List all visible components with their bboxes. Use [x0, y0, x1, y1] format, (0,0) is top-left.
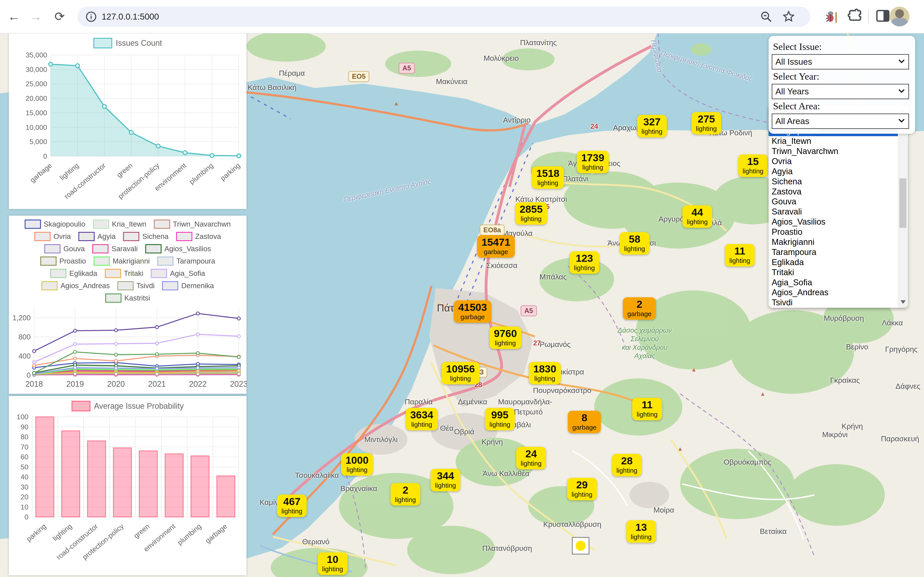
- issue-marker-lighting[interactable]: 1830lighting: [529, 362, 561, 384]
- issue-marker-lighting[interactable]: 10lighting: [318, 552, 347, 575]
- legend-item-Kastritsi[interactable]: Kastritsi: [105, 293, 150, 303]
- scrollbar-thumb[interactable]: [899, 178, 906, 228]
- issue-marker-lighting[interactable]: 11lighting: [632, 398, 662, 420]
- legend-item-Kria_Itewn[interactable]: Kria_Itewn: [93, 219, 146, 229]
- reload-icon[interactable]: ⟳: [52, 9, 67, 24]
- issue-marker-lighting[interactable]: 1518lighting: [532, 166, 564, 189]
- issue-marker-lighting[interactable]: 123lighting: [569, 251, 599, 274]
- issue-marker-lighting[interactable]: 467lighting: [277, 495, 307, 517]
- svg-text:20,000: 20,000: [26, 94, 47, 102]
- issue-marker-lighting[interactable]: 15lighting: [738, 155, 768, 177]
- issue-marker-lighting[interactable]: 58lighting: [620, 232, 649, 255]
- site-info-icon[interactable]: [85, 11, 97, 23]
- svg-text:80: 80: [21, 433, 28, 441]
- legend-item-Proastio[interactable]: Proastio: [40, 256, 86, 266]
- legend-swatch: [94, 256, 110, 266]
- legend-item-Agyia[interactable]: Agyia: [78, 232, 116, 241]
- area-option-tsivdi[interactable]: Tsivdi: [769, 298, 908, 308]
- issue-marker-lighting[interactable]: 28lighting: [612, 454, 641, 476]
- area-option-ovria[interactable]: Ovria: [769, 156, 908, 166]
- issue-select[interactable]: All Issues: [772, 54, 909, 69]
- map-label: Θέα: [440, 424, 454, 432]
- bug-extension-icon[interactable]: [823, 8, 840, 25]
- legend-label: Tritaki: [124, 269, 144, 277]
- dropdown-scrollbar[interactable]: [898, 106, 908, 308]
- issue-marker-garbage[interactable]: 15471garbage: [477, 235, 515, 258]
- zoom-icon[interactable]: [760, 10, 772, 23]
- issue-marker-lighting[interactable]: 11lighting: [725, 244, 754, 266]
- legend-item-Agios_Andreas[interactable]: Agios_Andreas: [41, 281, 110, 290]
- marker-type-label: garbage: [627, 310, 651, 318]
- map-label: ▲: [760, 390, 766, 397]
- bookmark-star-icon[interactable]: [782, 10, 795, 24]
- area-option-triwn_navarchwn[interactable]: Triwn_Navarchwn: [769, 146, 908, 156]
- map-label: Μαυρομανδήλα-: [498, 398, 552, 406]
- area-option-agyia[interactable]: Agyia: [769, 166, 908, 176]
- legend-item-Tarampoura[interactable]: Tarampoura: [157, 256, 215, 266]
- legend-item-Tritaki[interactable]: Tritaki: [105, 269, 144, 278]
- avg-probability-legend[interactable]: Average Issue Probability: [9, 396, 247, 411]
- legend-item-Skagiopoulio[interactable]: Skagiopoulio: [25, 219, 86, 229]
- legend-item-Gouva[interactable]: Gouva: [44, 244, 85, 253]
- legend-swatch: [93, 219, 109, 229]
- road-badge: EO8a: [480, 225, 504, 235]
- legend-item-Agia_Sofia[interactable]: Agia_Sofia: [151, 269, 205, 278]
- legend-item-Tsivdi[interactable]: Tsivdi: [117, 281, 155, 290]
- dot-marker[interactable]: [572, 537, 590, 554]
- area-option-proastio[interactable]: Proastio: [769, 227, 908, 237]
- issue-marker-lighting[interactable]: 24lighting: [516, 447, 546, 469]
- area-option-gouva[interactable]: Gouva: [769, 197, 908, 207]
- issue-marker-garbage[interactable]: 8garbage: [568, 411, 601, 433]
- issue-marker-lighting[interactable]: 29lighting: [567, 478, 597, 500]
- forward-icon[interactable]: →: [29, 9, 43, 24]
- area-option-agia_sofia[interactable]: Agia_Sofia: [769, 277, 908, 287]
- issue-marker-lighting[interactable]: 2lighting: [391, 483, 420, 506]
- legend-item-Zastova[interactable]: Zastova: [176, 232, 221, 241]
- issue-marker-lighting[interactable]: 344lighting: [431, 469, 460, 491]
- area-option-agios_vasilios[interactable]: Agios_Vasilios: [769, 217, 908, 227]
- issue-marker-lighting[interactable]: 13lighting: [626, 520, 656, 543]
- issue-marker-lighting[interactable]: 995lighting: [485, 408, 515, 430]
- area-option-zastova[interactable]: Zastova: [769, 187, 908, 197]
- area-option-tritaki[interactable]: Tritaki: [769, 267, 908, 277]
- issue-marker-lighting[interactable]: 3634lighting: [406, 408, 438, 430]
- legend-item-Triwn_Navarchwn[interactable]: Triwn_Navarchwn: [154, 219, 231, 229]
- url-text[interactable]: 127.0.0.1:5000: [102, 12, 159, 21]
- area-option-makrigianni[interactable]: Makrigianni: [769, 237, 908, 247]
- issue-marker-lighting[interactable]: 275lighting: [691, 112, 721, 134]
- back-icon[interactable]: ←: [6, 9, 21, 24]
- issue-marker-lighting[interactable]: 10956lighting: [442, 362, 480, 384]
- issue-marker-lighting[interactable]: 1739lighting: [577, 151, 609, 173]
- legend-item-Demenika[interactable]: Demenika: [162, 281, 214, 290]
- area-option-tarampoura[interactable]: Tarampoura: [769, 247, 908, 257]
- profile-avatar[interactable]: [890, 6, 909, 26]
- legend-item-Agios_Vasilios[interactable]: Agios_Vasilios: [145, 244, 211, 253]
- year-select[interactable]: All Years: [772, 84, 909, 99]
- map-label: Πέραμα: [279, 69, 305, 77]
- issue-marker-garbage[interactable]: 2garbage: [623, 297, 656, 320]
- issue-marker-lighting[interactable]: 1000lighting: [341, 453, 373, 475]
- legend-item-Eglikada[interactable]: Eglikada: [50, 269, 97, 278]
- legend-item-Saravali[interactable]: Saravali: [92, 244, 137, 253]
- legend-item-Makrigianni[interactable]: Makrigianni: [94, 256, 150, 266]
- issue-marker-lighting[interactable]: 2855lighting: [515, 202, 547, 225]
- area-option-saravali[interactable]: Saravali: [769, 207, 908, 217]
- area-option-sichena[interactable]: Sichena: [769, 176, 908, 187]
- issue-marker-lighting[interactable]: 327lighting: [637, 115, 667, 137]
- area-option-agios_andreas[interactable]: Agios_Andreas: [769, 287, 908, 298]
- extensions-puzzle-icon[interactable]: [847, 8, 863, 24]
- map-label: Μπάλας: [540, 272, 567, 281]
- svg-text:2019: 2019: [66, 379, 84, 388]
- issue-marker-garbage[interactable]: 41503garbage: [454, 300, 491, 323]
- side-panel-icon[interactable]: [875, 8, 891, 24]
- area-option-eglikada[interactable]: Eglikada: [769, 257, 908, 267]
- area-select[interactable]: All Areas: [772, 113, 909, 129]
- scroll-down-icon[interactable]: [900, 300, 906, 304]
- issue-marker-lighting[interactable]: 44lighting: [682, 205, 712, 228]
- area-option-kria_itewn[interactable]: Kria_Itewn: [769, 136, 908, 146]
- issues-count-legend[interactable]: Issues Count: [9, 33, 247, 48]
- legend-item-Sichena[interactable]: Sichena: [123, 232, 168, 241]
- legend-item-Ovria[interactable]: Ovria: [34, 232, 71, 241]
- issue-marker-lighting[interactable]: 9760lighting: [489, 326, 522, 349]
- address-bar[interactable]: 127.0.0.1:5000: [78, 6, 811, 27]
